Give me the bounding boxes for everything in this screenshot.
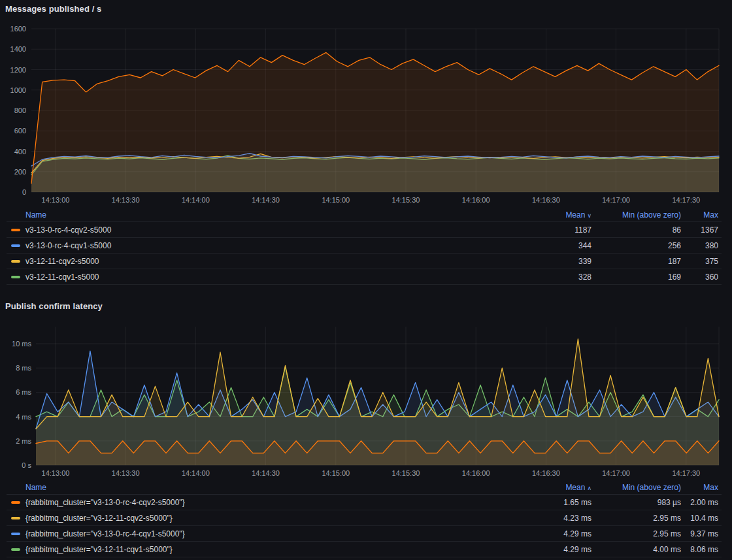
legend-col-min[interactable]: Min (above zero) [591, 483, 681, 492]
y-axis-tick-label: 200 [14, 168, 26, 176]
series-min-value: 256 [591, 241, 681, 250]
series-mean-value: 339 [513, 257, 591, 266]
series-min-value: 169 [591, 272, 681, 282]
legend-row[interactable]: {rabbitmq_cluster="v3-13-0-rc-4-cqv1-s50… [7, 526, 722, 542]
legend-col-mean-label: Mean [565, 210, 585, 220]
series-color-swatch [11, 517, 20, 519]
series-name[interactable]: v3-12-11-cqv2-s5000 [25, 257, 99, 266]
y-axis-tick-label: 6 ms [16, 388, 31, 396]
panel-publish-confirm-latency: Publish confirm latency 0 s2 ms4 ms6 ms8… [0, 293, 732, 560]
series-mean-value: 4.29 ms [513, 529, 591, 538]
y-axis-tick-label: 4 ms [16, 413, 31, 421]
x-axis-tick-label: 14:17:30 [672, 196, 700, 204]
legend-row[interactable]: v3-13-0-rc-4-cqv2-s50001187861367 [7, 222, 722, 238]
legend-col-name[interactable]: Name [7, 210, 513, 220]
legend-table-messages: Name Mean∨ Min (above zero) Max v3-13-0-… [7, 208, 722, 285]
sort-asc-icon: ∧ [587, 485, 591, 491]
y-axis-tick-label: 600 [14, 127, 26, 135]
series-min-value: 2.95 ms [591, 529, 681, 538]
legend-row[interactable]: v3-13-0-rc-4-cqv1-s5000344256380 [7, 238, 722, 254]
series-mean-value: 344 [513, 241, 591, 250]
x-axis-tick-label: 14:16:00 [462, 469, 490, 477]
series-mean-value: 328 [513, 272, 591, 282]
series-max-value: 8.06 ms [681, 545, 722, 554]
series-name[interactable]: v3-13-0-rc-4-cqv2-s5000 [25, 225, 111, 235]
x-axis-tick-label: 14:16:30 [532, 196, 560, 204]
series-min-value: 187 [591, 257, 681, 266]
legend-col-mean[interactable]: Mean∧ [513, 483, 591, 492]
panel-title[interactable]: Publish confirm latency [5, 301, 103, 311]
series-mean-value: 1187 [513, 225, 591, 235]
y-axis-tick-label: 10 ms [12, 340, 31, 348]
legend-rows: {rabbitmq_cluster="v3-13-0-rc-4-cqv2-s50… [7, 495, 722, 557]
series-max-value: 360 [681, 272, 722, 282]
series-color-swatch [11, 276, 20, 278]
y-axis-tick-label: 1400 [10, 45, 26, 53]
legend-table-latency: Name Mean∧ Min (above zero) Max {rabbitm… [7, 480, 722, 557]
series-min-value: 86 [591, 225, 681, 235]
series-min-value: 983 µs [591, 498, 681, 507]
legend-row[interactable]: v3-12-11-cqv2-s5000339187375 [7, 254, 722, 269]
y-axis-tick-label: 0 s [22, 461, 31, 469]
series-max-value: 10.4 ms [681, 514, 722, 523]
series-mean-value: 4.29 ms [513, 545, 591, 554]
series-color-swatch [11, 260, 20, 263]
legend-header: Name Mean∧ Min (above zero) Max [7, 480, 722, 495]
legend-col-max[interactable]: Max [681, 210, 722, 220]
series-min-value: 2.95 ms [591, 514, 681, 523]
x-axis-tick-label: 14:16:30 [532, 469, 560, 477]
series-name[interactable]: v3-13-0-rc-4-cqv1-s5000 [25, 241, 111, 250]
legend-row[interactable]: {rabbitmq_cluster="v3-12-11-cqv1-s5000"}… [7, 542, 722, 557]
y-axis-tick-label: 1600 [10, 25, 26, 33]
series-color-swatch [11, 548, 20, 551]
y-axis-tick-label: 1200 [10, 66, 26, 74]
panel-messages-published: Messages published / s 02004006008001000… [0, 0, 732, 292]
series-max-value: 380 [681, 241, 722, 250]
panel-title[interactable]: Messages published / s [5, 4, 101, 14]
series-area-fill [31, 52, 719, 192]
x-axis-tick-label: 14:16:00 [462, 196, 490, 204]
x-axis-tick-label: 14:13:00 [42, 469, 70, 477]
series-name[interactable]: {rabbitmq_cluster="v3-13-0-rc-4-cqv2-s50… [25, 498, 185, 507]
y-axis-tick-label: 400 [14, 148, 26, 156]
legend-row[interactable]: v3-12-11-cqv1-s5000328169360 [7, 269, 722, 285]
series-color-swatch [11, 501, 20, 504]
legend-col-min[interactable]: Min (above zero) [591, 210, 681, 220]
y-axis-tick-label: 8 ms [16, 364, 31, 372]
x-axis-tick-label: 14:14:30 [252, 196, 280, 204]
series-color-swatch [11, 229, 20, 231]
legend-col-mean-label: Mean [565, 483, 585, 492]
legend-rows: v3-13-0-rc-4-cqv2-s50001187861367v3-13-0… [7, 222, 722, 285]
series-name[interactable]: {rabbitmq_cluster="v3-13-0-rc-4-cqv1-s50… [25, 529, 185, 538]
y-axis-tick-label: 0 [22, 188, 26, 196]
series-max-value: 9.37 ms [681, 529, 722, 538]
timeseries-chart-publish-confirm-latency[interactable]: 0 s2 ms4 ms6 ms8 ms10 ms14:13:0014:13:30… [0, 320, 732, 480]
timeseries-chart-messages-published[interactable]: 0200400600800100012001400160014:13:0014:… [0, 22, 732, 208]
series-mean-value: 4.23 ms [513, 514, 591, 523]
series-mean-value: 1.65 ms [513, 498, 591, 507]
series-name[interactable]: {rabbitmq_cluster="v3-12-11-cqv2-s5000"} [25, 514, 173, 523]
series-min-value: 4.00 ms [591, 545, 681, 554]
y-axis-tick-label: 2 ms [16, 437, 31, 445]
x-axis-tick-label: 14:17:30 [672, 469, 700, 477]
legend-row[interactable]: {rabbitmq_cluster="v3-13-0-rc-4-cqv2-s50… [7, 495, 722, 510]
legend-row[interactable]: {rabbitmq_cluster="v3-12-11-cqv2-s5000"}… [7, 510, 722, 526]
x-axis-tick-label: 14:15:00 [322, 196, 350, 204]
grafana-dashboard: Messages published / s 02004006008001000… [0, 0, 732, 560]
x-axis-tick-label: 14:17:00 [602, 196, 630, 204]
legend-col-mean[interactable]: Mean∨ [513, 210, 591, 220]
x-axis-tick-label: 14:13:00 [42, 196, 70, 204]
sort-desc-icon: ∨ [587, 212, 591, 219]
series-color-swatch [11, 244, 20, 247]
series-max-value: 375 [681, 257, 722, 266]
legend-header: Name Mean∨ Min (above zero) Max [7, 208, 722, 222]
series-name[interactable]: {rabbitmq_cluster="v3-12-11-cqv1-s5000"} [25, 545, 173, 554]
x-axis-tick-label: 14:15:00 [322, 469, 350, 477]
y-axis-tick-label: 800 [14, 107, 26, 114]
series-color-swatch [11, 533, 20, 535]
legend-col-name[interactable]: Name [7, 483, 513, 492]
x-axis-tick-label: 14:15:30 [392, 469, 420, 477]
legend-col-max[interactable]: Max [681, 483, 722, 492]
x-axis-tick-label: 14:14:30 [252, 469, 280, 477]
series-name[interactable]: v3-12-11-cqv1-s5000 [25, 272, 99, 282]
